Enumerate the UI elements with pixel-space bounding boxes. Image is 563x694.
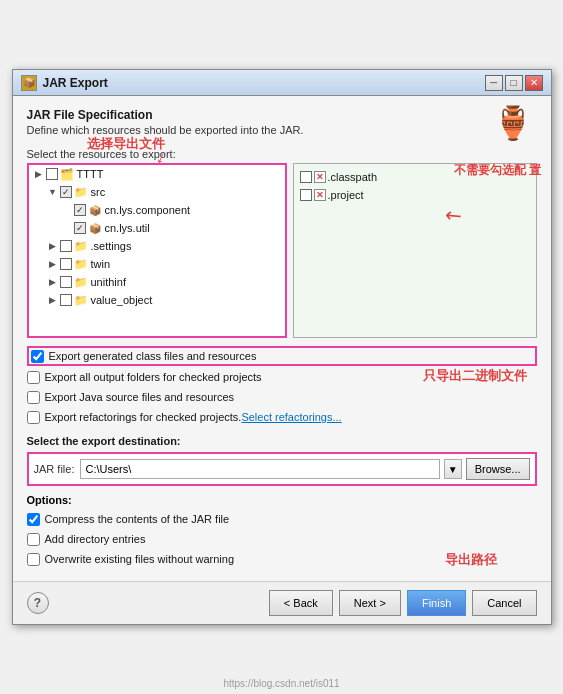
checkbox-classpath[interactable] — [300, 171, 312, 183]
tree-item-twin[interactable]: ▶ 📁 twin — [29, 255, 285, 273]
expand-component[interactable] — [61, 204, 73, 216]
checkbox-unithinf[interactable] — [60, 276, 72, 288]
title-bar: 📦 JAR Export ─ □ ✕ — [13, 70, 551, 96]
destination-section: Select the export destination: JAR file:… — [27, 435, 537, 486]
dialog-footer: ? < Back Next > Finish Cancel — [13, 581, 551, 624]
tree-item-tttt[interactable]: ▶ 🗂️ TTTT — [29, 165, 285, 183]
cancel-button[interactable]: Cancel — [472, 590, 536, 616]
checkbox-component[interactable] — [74, 204, 86, 216]
tree-scroll[interactable]: ▶ 🗂️ TTTT ▼ 📁 src — [29, 165, 285, 336]
label-component: cn.lys.component — [105, 204, 191, 216]
annotation-select-export: 选择导出文件 — [87, 135, 165, 153]
tree-item-valueobj[interactable]: ▶ 📁 value_object — [29, 291, 285, 309]
folder-icon-valueobj: 📁 — [74, 293, 88, 307]
checkbox-project[interactable] — [300, 189, 312, 201]
expand-tttt[interactable]: ▶ — [33, 168, 45, 180]
checkbox-tttt[interactable] — [46, 168, 58, 180]
jar-file-input[interactable]: C:\Users\ — [80, 459, 439, 479]
label-util: cn.lys.util — [105, 222, 150, 234]
label-export-generated: Export generated class files and resourc… — [49, 350, 257, 362]
checkbox-overwrite[interactable] — [27, 553, 40, 566]
tree-item-unithinf[interactable]: ▶ 📁 unithinf — [29, 273, 285, 291]
expand-valueobj[interactable]: ▶ — [47, 294, 59, 306]
expand-util[interactable] — [61, 222, 73, 234]
help-button[interactable]: ? — [27, 592, 49, 614]
jar-file-label: JAR file: — [34, 463, 75, 475]
annotation-nocheck: 不需要勾选配 置 — [454, 163, 541, 179]
label-valueobj: value_object — [91, 294, 153, 306]
close-button[interactable]: ✕ — [525, 75, 543, 91]
finish-button[interactable]: Finish — [407, 590, 466, 616]
tree-item-src[interactable]: ▼ 📁 src — [29, 183, 285, 201]
label-export-java-source: Export Java source files and resources — [45, 391, 235, 403]
label-settings: .settings — [91, 240, 132, 252]
label-compress: Compress the contents of the JAR file — [45, 513, 230, 525]
tree-panel[interactable]: ▶ 🗂️ TTTT ▼ 📁 src — [27, 163, 287, 338]
label-tttt: TTTT — [77, 168, 104, 180]
checkbox-export-refactorings[interactable] — [27, 411, 40, 424]
folder-icon-settings: 📁 — [74, 239, 88, 253]
checkbox-src[interactable] — [60, 186, 72, 198]
section-desc: Define which resources should be exporte… — [27, 124, 304, 136]
tree-item-component[interactable]: 📦 cn.lys.component — [29, 201, 285, 219]
x-icon-classpath: ✕ — [314, 171, 326, 183]
title-bar-left: 📦 JAR Export — [21, 75, 108, 91]
window-title: JAR Export — [43, 76, 108, 90]
label-export-refactorings: Export refactorings for checked projects… — [45, 411, 242, 423]
label-add-directory: Add directory entries — [45, 533, 146, 545]
jar-icon: 🏺 — [493, 104, 533, 142]
export-options-section: Export generated class files and resourc… — [27, 346, 537, 427]
check-row-export-java-source[interactable]: Export Java source files and resources — [27, 387, 537, 407]
next-button[interactable]: Next > — [339, 590, 401, 616]
checkbox-compress[interactable] — [27, 513, 40, 526]
checkbox-add-directory[interactable] — [27, 533, 40, 546]
checkbox-settings[interactable] — [60, 240, 72, 252]
expand-src[interactable]: ▼ — [47, 186, 59, 198]
options-area: Options: Compress the contents of the JA… — [27, 494, 537, 569]
expand-twin[interactable]: ▶ — [47, 258, 59, 270]
tree-item-settings[interactable]: ▶ 📁 .settings — [29, 237, 285, 255]
check-row-compress[interactable]: Compress the contents of the JAR file — [27, 509, 537, 529]
x-icon-project: ✕ — [314, 189, 326, 201]
annotation-binary: 只导出二进制文件 — [27, 367, 537, 385]
checkbox-export-java-source[interactable] — [27, 391, 40, 404]
label-classpath: .classpath — [328, 171, 378, 183]
resource-selection-area: 选择导出文件 ↓ ▶ 🗂️ TTTT — [27, 163, 537, 338]
check-row-add-directory[interactable]: Add directory entries — [27, 529, 537, 549]
expand-unithinf[interactable]: ▶ — [47, 276, 59, 288]
tree-panel-wrapper: ▶ 🗂️ TTTT ▼ 📁 src — [27, 163, 287, 338]
right-panel[interactable]: ✕ .classpath ✕ .project — [293, 163, 537, 338]
label-unithinf: unithinf — [91, 276, 126, 288]
check-row-export-generated[interactable]: Export generated class files and resourc… — [27, 346, 537, 366]
minimize-button[interactable]: ─ — [485, 75, 503, 91]
back-button[interactable]: < Back — [269, 590, 333, 616]
checkbox-util[interactable] — [74, 222, 86, 234]
checkbox-export-generated[interactable] — [31, 350, 44, 363]
maximize-button[interactable]: □ — [505, 75, 523, 91]
options-label: Options: — [27, 494, 537, 506]
footer-left: ? — [27, 592, 49, 614]
checkbox-twin[interactable] — [60, 258, 72, 270]
section-title: JAR File Specification — [27, 108, 304, 122]
tree-item-util[interactable]: 📦 cn.lys.util — [29, 219, 285, 237]
browse-button[interactable]: Browse... — [466, 458, 530, 480]
expand-settings[interactable]: ▶ — [47, 240, 59, 252]
title-bar-buttons: ─ □ ✕ — [485, 75, 543, 91]
label-overwrite: Overwrite existing files without warning — [45, 553, 235, 565]
checkbox-valueobj[interactable] — [60, 294, 72, 306]
select-refactorings-link[interactable]: Select refactorings... — [241, 411, 341, 423]
main-window: 📦 JAR Export ─ □ ✕ JAR File Specificatio… — [12, 69, 552, 625]
file-item-project[interactable]: ✕ .project — [298, 186, 532, 204]
watermark: https://blog.csdn.net/is011 — [0, 678, 563, 689]
jar-row: JAR file: C:\Users\ ▼ Browse... — [27, 452, 537, 486]
folder-icon-twin: 📁 — [74, 257, 88, 271]
right-panel-container: 不需要勾选配 置 ↖ ✕ .classpath — [293, 163, 537, 338]
label-project: .project — [328, 189, 364, 201]
dialog-content: JAR File Specification Define which reso… — [13, 96, 551, 581]
check-row-export-refactorings[interactable]: Export refactorings for checked projects… — [27, 407, 537, 427]
dropdown-arrow[interactable]: ▼ — [444, 459, 462, 479]
window-icon: 📦 — [21, 75, 37, 91]
dest-label: Select the export destination: — [27, 435, 537, 447]
folder-icon-unithinf: 📁 — [74, 275, 88, 289]
project-icon-tttt: 🗂️ — [60, 167, 74, 181]
